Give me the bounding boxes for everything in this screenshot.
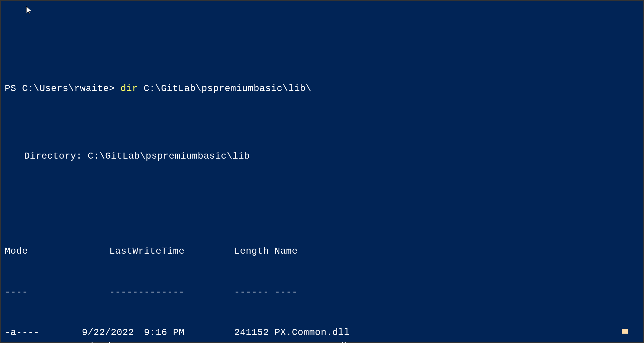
prompt-prefix: PS C:\Users\rwaite> (5, 83, 120, 94)
cell-time: 9:16 PM (134, 326, 184, 340)
table-header-row: ModeLastWriteTimeLengthName (5, 245, 639, 258)
command-line: PS C:\Users\rwaite> dir C:\GitLab\psprem… (5, 82, 639, 96)
directory-label: Directory: (24, 151, 88, 161)
powershell-terminal[interactable]: PS C:\Users\rwaite> dir C:\GitLab\psprem… (0, 0, 644, 343)
terminal-cursor (622, 329, 628, 334)
divider-lastwritetime: ------------- (38, 285, 185, 299)
mouse-cursor-icon (26, 6, 32, 15)
divider-length: ------ (185, 285, 269, 299)
divider-name: ---- (269, 285, 298, 299)
directory-header: Directory: C:\GitLab\pspremiumbasic\lib (5, 150, 639, 163)
column-header-mode: Mode (5, 245, 38, 258)
cell-length: 241152 (185, 326, 269, 340)
cell-date: 9/22/2022 (38, 340, 134, 343)
command-name: dir (120, 83, 138, 94)
divider-mode: ---- (5, 285, 38, 299)
directory-path: C:\GitLab\pspremiumbasic\lib (88, 151, 250, 161)
table-row: -a----9/22/20229:16 PM241152PX.Common.dl… (5, 326, 639, 340)
cell-mode: -a---- (5, 340, 38, 343)
command-argument: C:\GitLab\pspremiumbasic\lib\ (138, 83, 311, 94)
cell-filename: PX.Common.dll (269, 326, 350, 340)
cell-mode: -a---- (5, 326, 38, 340)
cell-date: 9/22/2022 (38, 326, 134, 340)
file-listing-table: ModeLastWriteTimeLengthName ------------… (5, 218, 639, 343)
cell-time: 9:16 PM (134, 340, 184, 343)
column-header-name: Name (269, 245, 298, 258)
table-row: -a----9/22/20229:16 PM451072PX.Common.pd… (5, 340, 639, 343)
column-header-lastwritetime: LastWriteTime (38, 245, 185, 258)
cell-length: 451072 (185, 340, 269, 343)
column-header-length: Length (185, 245, 269, 258)
table-divider-row: --------------------------- (5, 285, 639, 299)
cell-filename: PX.Common.pdb (269, 340, 350, 343)
